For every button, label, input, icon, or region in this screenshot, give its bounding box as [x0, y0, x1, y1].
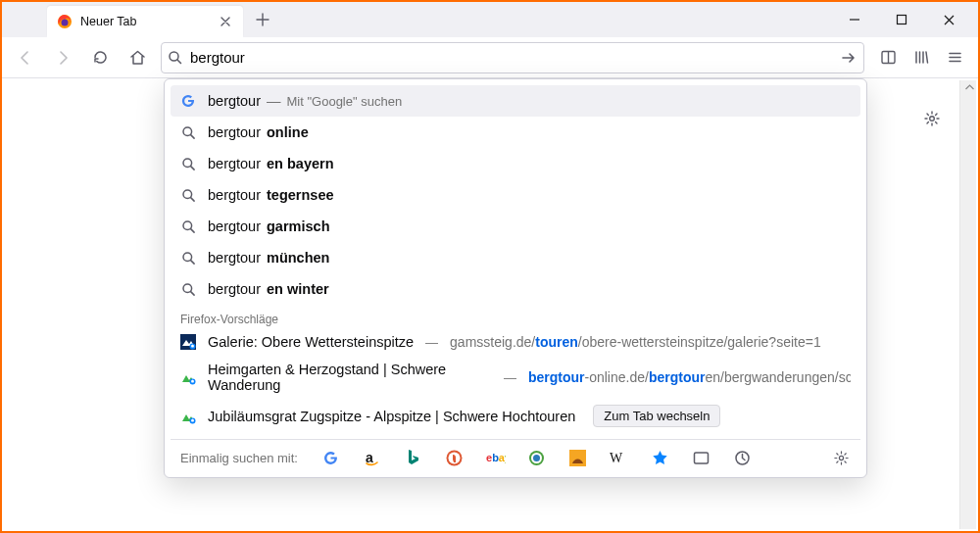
forward-button[interactable] [49, 44, 76, 72]
search-icon [180, 156, 196, 171]
svg-point-24 [533, 455, 540, 461]
firefox-icon [57, 14, 73, 29]
search-engine-bing[interactable] [404, 448, 423, 467]
suggestion-row[interactable]: bergtour online [171, 117, 860, 148]
suggestion-url: bergtour-online.de/bergtouren/bergwander… [528, 369, 851, 385]
close-icon[interactable] [218, 14, 233, 29]
suggestion-title: Jubiläumsgrat Zugspitze - Alpspitze | Sc… [208, 409, 575, 424]
engine-hint: Mit "Google" suchen [287, 94, 403, 109]
site-favicon [180, 409, 196, 424]
firefox-suggest-row[interactable]: Galerie: Obere Wettersteinspitze—gamsste… [171, 328, 860, 356]
search-engine-wikipedia[interactable]: W [610, 448, 629, 467]
switch-to-tab-button[interactable]: Zum Tab wechseln [593, 405, 720, 427]
suggestion-row[interactable]: bergtour tegernsee [171, 179, 860, 211]
search-settings-button[interactable] [831, 448, 851, 467]
svg-point-5 [930, 117, 935, 121]
suggestion-row[interactable]: bergtouren bayern [171, 148, 860, 179]
search-icon [180, 124, 196, 140]
svg-text:ebay: ebay [486, 452, 506, 463]
search-icon [168, 50, 182, 65]
svg-rect-25 [569, 450, 586, 466]
maximize-button[interactable] [880, 5, 923, 34]
search-engine-duckduckgo[interactable] [445, 448, 465, 467]
navigation-toolbar [2, 37, 978, 78]
suggestion-title: Heimgarten & Herzogstand | Schwere Wande… [208, 362, 492, 393]
search-icon [180, 218, 196, 234]
browser-tab[interactable]: Neuer Tab [47, 6, 243, 37]
app-menu-button[interactable] [941, 44, 968, 72]
svg-rect-2 [898, 16, 906, 24]
url-input[interactable] [190, 49, 832, 66]
reload-button[interactable] [86, 44, 114, 72]
search-engine-amazon[interactable]: a [363, 448, 382, 467]
reader-view-button[interactable] [874, 44, 902, 72]
svg-point-29 [839, 456, 843, 460]
search-engine-leo[interactable] [568, 448, 588, 467]
suggestion-title: Galerie: Obere Wettersteinspitze [208, 334, 414, 350]
svg-point-1 [62, 20, 69, 26]
newtab-settings-button[interactable] [923, 110, 941, 127]
url-bar[interactable] [161, 42, 864, 73]
search-engine-bookmarks[interactable] [651, 448, 670, 467]
suggestion-primary[interactable]: bergtour — Mit "Google" suchen [171, 85, 860, 117]
tab-strip: Neuer Tab [2, 2, 978, 37]
search-icon [180, 281, 196, 297]
search-engine-tabs[interactable] [692, 448, 711, 467]
go-arrow-icon[interactable] [840, 49, 858, 67]
scroll-up-icon[interactable] [964, 82, 974, 92]
suggestion-row[interactable]: bergtouren winter [171, 273, 860, 305]
tab-title: Neuer Tab [80, 15, 210, 28]
back-button[interactable] [12, 44, 39, 72]
firefox-suggest-label: Firefox-Vorschläge [171, 305, 860, 328]
search-engine-google[interactable] [321, 448, 341, 467]
new-tab-button[interactable] [249, 6, 276, 33]
svg-text:W: W [610, 451, 623, 464]
site-favicon [180, 369, 196, 385]
search-engine-ecosia[interactable] [527, 448, 547, 467]
suggestion-url: gamssteig.de/touren/obere-wettersteinspi… [450, 334, 821, 350]
window-controls [833, 5, 970, 34]
vertical-scrollbar[interactable] [959, 80, 976, 529]
suggestion-text: bergtour [208, 93, 261, 109]
home-button[interactable] [123, 44, 151, 72]
site-favicon [180, 334, 196, 350]
search-icon [180, 250, 196, 266]
suggestion-row[interactable]: bergtour münchen [171, 242, 860, 273]
firefox-suggest-row[interactable]: Jubiläumsgrat Zugspitze - Alpspitze | Sc… [171, 399, 860, 433]
browser-window: Neuer Tab [0, 0, 980, 533]
svg-rect-27 [695, 453, 709, 463]
urlbar-dropdown: bergtour — Mit "Google" suchen bergtour … [164, 78, 867, 478]
close-window-button[interactable] [927, 5, 970, 34]
suggestion-row[interactable]: bergtour garmisch [171, 211, 860, 242]
one-off-label: Einmalig suchen mit: [180, 451, 298, 465]
google-icon [180, 93, 196, 109]
one-off-search-bar: Einmalig suchen mit: aebayW [171, 439, 860, 471]
search-engine-ebay[interactable]: ebay [486, 448, 506, 467]
search-engine-history[interactable] [733, 448, 753, 467]
firefox-suggest-row[interactable]: Heimgarten & Herzogstand | Schwere Wande… [171, 356, 860, 399]
search-icon [180, 187, 196, 203]
minimize-button[interactable] [833, 5, 876, 34]
library-button[interactable] [907, 44, 935, 72]
